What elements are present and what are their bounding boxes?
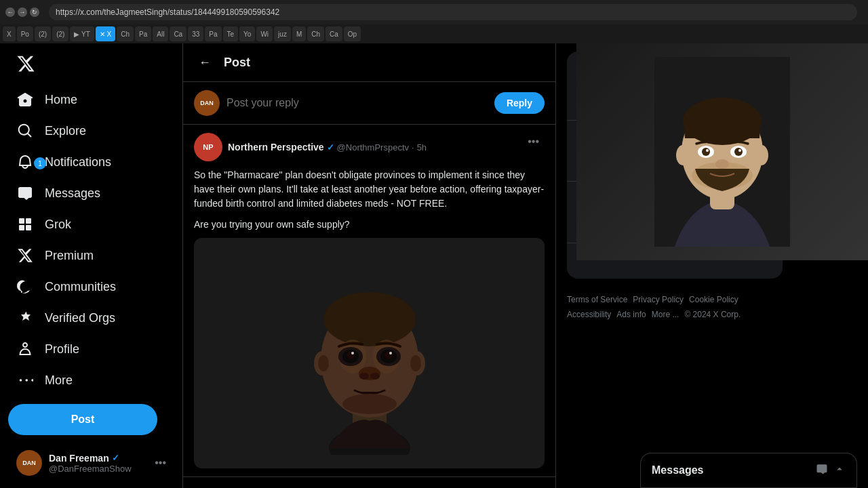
user-display-name: Dan Freeman ✓ [49,453,148,464]
nav-item-verified-orgs[interactable]: Verified Orgs [8,302,174,333]
svg-rect-2 [19,225,24,230]
tab-bar: X Po (2) (2) ▶ YT ✕ X Ch Pa All Ca 33 Pa… [0,24,868,43]
svg-point-40 [755,145,768,165]
tab-2[interactable]: (2) [52,26,68,41]
tweet-handle: @NorthmPrspectv [337,142,409,152]
nav-item-premium[interactable]: Premium [8,240,174,271]
user-details: Dan Freeman ✓ @DanFreemanShow [49,453,148,474]
nav-refresh[interactable]: ↻ [30,7,39,17]
tweet-separator: · [412,142,414,152]
svg-point-25 [370,373,380,380]
footer-privacy[interactable]: Privacy Policy [633,295,684,304]
grok-label: Grok [45,218,71,232]
tab-juz[interactable]: juz [274,26,291,41]
premium-icon [16,247,34,264]
tab-all[interactable]: All [153,26,168,41]
nav-forward[interactable]: → [18,7,27,17]
tweet-verified-badge: ✓ [327,142,334,152]
notifications-icon: 1 [16,153,34,171]
footer-copyright: © 2024 X Corp. [684,310,741,319]
svg-point-9 [318,355,329,371]
verified-orgs-icon [16,309,34,327]
webcam-overlay [576,43,868,260]
webcam-video [576,43,868,260]
more-label: More [45,373,73,388]
nav-item-home[interactable]: Home [8,84,174,115]
user-more-icon[interactable]: ••• [155,457,166,469]
tab-1[interactable]: (2) [35,26,51,41]
tab-ch[interactable]: Ch [117,26,134,41]
tweet-author: NP Northern Perspective ✓ @NorthmPrspect… [194,133,427,161]
tab-active-x[interactable]: ✕ X [96,26,115,41]
tab-yt[interactable]: ▶ YT [70,26,94,41]
nav-back[interactable]: ← [5,7,15,17]
tab-ca[interactable]: Ca [170,26,186,41]
tab-33[interactable]: 33 [188,26,203,41]
footer-cookie[interactable]: Cookie Policy [689,295,738,304]
nav-item-grok[interactable]: Grok [8,209,174,240]
nav-item-notifications[interactable]: 1 Notifications [8,146,174,178]
explore-label: Explore [45,124,86,138]
footer-terms[interactable]: Terms of Service [567,295,627,304]
reply-user-avatar: DAN [194,90,220,116]
verified-orgs-label: Verified Orgs [45,311,115,325]
svg-point-34 [706,149,709,152]
tab-yo[interactable]: Yo [239,26,255,41]
browser-controls[interactable]: ← → ↻ [5,7,39,17]
svg-point-24 [359,373,369,380]
tab-ch2[interactable]: Ch [307,26,324,41]
nav-item-messages[interactable]: Messages [8,178,174,209]
tab-x[interactable]: X [3,26,16,41]
collapse-messages-icon[interactable] [833,463,846,478]
tweet-question: Are you trying your own safe supply? [194,219,545,230]
nav-item-more[interactable]: More [8,365,174,396]
svg-point-33 [702,148,710,156]
communities-label: Communities [45,280,116,294]
back-button[interactable]: ← [194,52,216,73]
tweet-author-avatar[interactable]: NP [194,133,222,161]
profile-label: Profile [45,342,79,357]
nav-item-explore[interactable]: Explore [8,115,174,146]
tab-m[interactable]: M [292,26,306,41]
home-icon [16,91,34,108]
tab-po[interactable]: Po [17,26,33,41]
tab-ca2[interactable]: Ca [326,26,342,41]
nav-item-profile[interactable]: Profile [8,333,174,365]
new-message-icon[interactable] [816,463,828,478]
post-page-title: Post [224,56,250,70]
tab-pa2[interactable]: Pa [205,26,221,41]
url-bar[interactable]: https://x.com/theJagmeetSingh/status/184… [49,4,857,20]
x-logo[interactable] [8,49,174,81]
tweet-more-button[interactable]: ••• [522,133,545,150]
notifications-label: Notifications [45,155,111,169]
profile-icon [16,340,34,358]
nav-item-communities[interactable]: Communities [8,271,174,302]
premium-label: Premium [45,249,94,263]
tweet-image [194,238,545,468]
reply-button[interactable]: Reply [494,92,545,114]
messages-actions [816,463,846,478]
svg-point-38 [715,159,729,169]
tab-wi[interactable]: Wi [256,26,273,41]
svg-point-37 [738,149,741,152]
tab-te[interactable]: Te [223,26,239,41]
main-nav: Home Explore 1 Notifications Messa [8,84,174,396]
tweet-body: So the "Pharmacare" plan doesn't obligat… [194,168,545,211]
user-profile-section[interactable]: DAN Dan Freeman ✓ @DanFreemanShow ••• [8,443,174,483]
post-button[interactable]: Post [8,404,157,435]
footer-more[interactable]: More ... [652,310,679,319]
tab-op[interactable]: Op [344,26,361,41]
reply-input[interactable] [226,97,488,109]
svg-point-11 [410,355,421,371]
communities-icon [16,278,34,296]
user-verified-badge: ✓ [112,453,119,463]
messages-panel-title: Messages [652,464,704,476]
tab-pa[interactable]: Pa [135,26,151,41]
footer-ads[interactable]: Ads info [616,310,646,319]
user-handle: @DanFreemanShow [49,464,148,474]
footer-accessibility[interactable]: Accessibility [567,310,611,319]
user-avatar: DAN [16,450,42,476]
svg-rect-3 [26,225,31,230]
webcam-svg [654,57,790,247]
tweet-top: NP Northern Perspective ✓ @NorthmPrspect… [194,133,545,161]
